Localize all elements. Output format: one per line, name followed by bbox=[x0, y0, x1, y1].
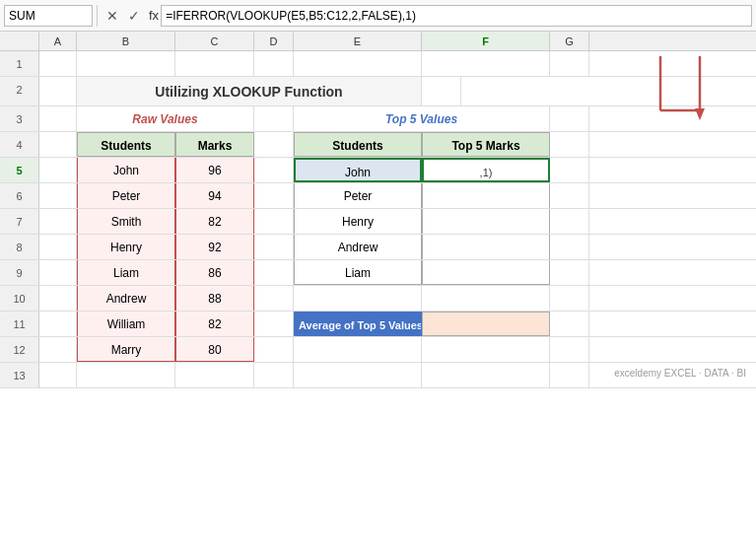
cell-f5[interactable]: ,1) bbox=[422, 158, 550, 182]
cell-b12[interactable]: Marry bbox=[77, 337, 175, 362]
cell-b9[interactable]: Liam bbox=[77, 260, 175, 285]
cell-a1[interactable] bbox=[39, 51, 77, 76]
cell-d12[interactable] bbox=[254, 337, 294, 362]
cell-d11[interactable] bbox=[254, 312, 294, 336]
avg-label: Average of Top 5 Values bbox=[294, 312, 422, 336]
row-8: 8 Henry 92 Andrew bbox=[0, 235, 756, 260]
confirm-button[interactable]: ✓ bbox=[123, 5, 145, 27]
cell-b6[interactable]: Peter bbox=[77, 183, 175, 208]
cell-d3[interactable] bbox=[254, 106, 294, 131]
cell-a13[interactable] bbox=[39, 363, 77, 387]
cell-c9[interactable]: 86 bbox=[175, 260, 254, 285]
row-7: 7 Smith 82 Henry bbox=[0, 209, 756, 235]
col-header-f[interactable]: F bbox=[422, 32, 550, 50]
cell-a2[interactable] bbox=[39, 77, 77, 105]
cell-f7[interactable] bbox=[422, 209, 550, 234]
cell-a7[interactable] bbox=[39, 209, 77, 234]
cell-f10[interactable] bbox=[422, 286, 550, 311]
cell-g13[interactable] bbox=[550, 363, 589, 387]
col-header-d[interactable]: D bbox=[254, 32, 294, 50]
row-num-5: 5 bbox=[0, 158, 39, 182]
cell-d8[interactable] bbox=[254, 235, 294, 259]
cell-a4[interactable] bbox=[39, 132, 77, 157]
cell-e7[interactable]: Henry bbox=[294, 209, 422, 234]
cell-b11[interactable]: William bbox=[77, 312, 175, 336]
cell-e1[interactable] bbox=[294, 51, 422, 76]
col-label-students-left: Students bbox=[77, 132, 175, 157]
cell-g7[interactable] bbox=[550, 209, 589, 234]
cell-a6[interactable] bbox=[39, 183, 77, 208]
row-num-11: 11 bbox=[0, 312, 39, 336]
cell-g8[interactable] bbox=[550, 235, 589, 259]
cell-b10[interactable]: Andrew bbox=[77, 286, 175, 311]
cell-c8[interactable]: 92 bbox=[175, 235, 254, 259]
cell-f6[interactable] bbox=[422, 183, 550, 208]
cell-f9[interactable] bbox=[422, 260, 550, 285]
cell-a5[interactable] bbox=[39, 158, 77, 182]
cell-e12[interactable] bbox=[294, 337, 422, 362]
name-box[interactable] bbox=[4, 5, 93, 27]
cell-g11[interactable] bbox=[550, 312, 589, 336]
title-cell: Utilizing XLOOKUP Function bbox=[77, 77, 422, 105]
cell-g2[interactable] bbox=[422, 77, 461, 105]
cell-d4[interactable] bbox=[254, 132, 294, 157]
cell-c11[interactable]: 82 bbox=[175, 312, 254, 336]
col-header-a[interactable]: A bbox=[39, 32, 77, 50]
cell-d10[interactable] bbox=[254, 286, 294, 311]
avg-value[interactable] bbox=[422, 312, 550, 336]
row-6: 6 Peter 94 Peter bbox=[0, 183, 756, 209]
cancel-button[interactable]: ✕ bbox=[102, 5, 123, 27]
cell-g10[interactable] bbox=[550, 286, 589, 311]
cell-g3[interactable] bbox=[550, 106, 589, 131]
cell-a10[interactable] bbox=[39, 286, 77, 311]
cell-d1[interactable] bbox=[254, 51, 294, 76]
cell-c5[interactable]: 96 bbox=[175, 158, 254, 182]
cell-f12[interactable] bbox=[422, 337, 550, 362]
cell-a8[interactable] bbox=[39, 235, 77, 259]
cell-a11[interactable] bbox=[39, 312, 77, 336]
cell-c6[interactable]: 94 bbox=[175, 183, 254, 208]
row-12: 12 Marry 80 bbox=[0, 337, 756, 363]
cell-e8[interactable]: Andrew bbox=[294, 235, 422, 259]
cell-a9[interactable] bbox=[39, 260, 77, 285]
cell-b7[interactable]: Smith bbox=[77, 209, 175, 234]
cell-c12[interactable]: 80 bbox=[175, 337, 254, 362]
col-header-e[interactable]: E bbox=[294, 32, 422, 50]
cell-e5[interactable]: John bbox=[294, 158, 422, 182]
cell-c7[interactable]: 82 bbox=[175, 209, 254, 234]
col-header-b[interactable]: B bbox=[77, 32, 175, 50]
cell-g12[interactable] bbox=[550, 337, 589, 362]
cell-b8[interactable]: Henry bbox=[77, 235, 175, 259]
cell-g9[interactable] bbox=[550, 260, 589, 285]
cell-f13[interactable] bbox=[422, 363, 550, 387]
cell-d7[interactable] bbox=[254, 209, 294, 234]
toolbar-separator bbox=[97, 5, 98, 27]
cell-c10[interactable]: 88 bbox=[175, 286, 254, 311]
cell-e9[interactable]: Liam bbox=[294, 260, 422, 285]
cell-e13[interactable] bbox=[294, 363, 422, 387]
cell-b5[interactable]: John bbox=[77, 158, 175, 182]
column-headers: A B C D E F G bbox=[0, 32, 756, 51]
cell-d9[interactable] bbox=[254, 260, 294, 285]
cell-g6[interactable] bbox=[550, 183, 589, 208]
formula-bar[interactable] bbox=[161, 5, 752, 27]
cell-d6[interactable] bbox=[254, 183, 294, 208]
row-4: 4 Students Marks Students Top 5 Marks bbox=[0, 132, 756, 158]
cell-b1[interactable] bbox=[77, 51, 175, 76]
cell-d13[interactable] bbox=[254, 363, 294, 387]
cell-g1[interactable] bbox=[550, 51, 589, 76]
cell-a12[interactable] bbox=[39, 337, 77, 362]
cell-f1[interactable] bbox=[422, 51, 550, 76]
cell-c1[interactable] bbox=[175, 51, 254, 76]
col-header-c[interactable]: C bbox=[175, 32, 254, 50]
cell-f8[interactable] bbox=[422, 235, 550, 259]
cell-g4[interactable] bbox=[550, 132, 589, 157]
cell-b13[interactable] bbox=[77, 363, 175, 387]
cell-e6[interactable]: Peter bbox=[294, 183, 422, 208]
cell-g5[interactable] bbox=[550, 158, 589, 182]
cell-c13[interactable] bbox=[175, 363, 254, 387]
col-header-g[interactable]: G bbox=[550, 32, 589, 50]
cell-e10[interactable] bbox=[294, 286, 422, 311]
cell-d5[interactable] bbox=[254, 158, 294, 182]
cell-a3[interactable] bbox=[39, 106, 77, 131]
